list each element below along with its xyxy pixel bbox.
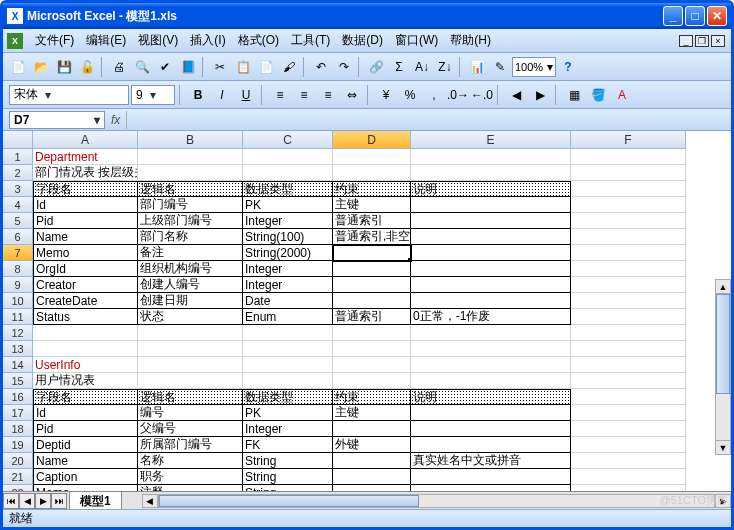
vscroll-thumb[interactable] bbox=[716, 294, 730, 394]
cell[interactable]: Department bbox=[33, 149, 138, 165]
horizontal-scrollbar[interactable] bbox=[158, 494, 715, 508]
open-icon[interactable]: 📂 bbox=[30, 56, 52, 78]
scroll-left-icon[interactable]: ◀ bbox=[142, 494, 158, 508]
italic-icon[interactable]: I bbox=[211, 84, 233, 106]
row-header[interactable]: 11 bbox=[3, 309, 33, 325]
cell[interactable]: OrgId bbox=[33, 261, 138, 277]
cell[interactable] bbox=[571, 373, 686, 389]
cell[interactable]: Id bbox=[33, 405, 138, 421]
cell[interactable]: 逻辑名 bbox=[138, 181, 243, 197]
cell[interactable]: 部门名称 bbox=[138, 229, 243, 245]
mdi-restore[interactable]: ❐ bbox=[695, 35, 709, 47]
cell[interactable]: FK bbox=[243, 437, 333, 453]
cell[interactable] bbox=[571, 405, 686, 421]
cell[interactable] bbox=[571, 165, 686, 181]
chart-icon[interactable]: 📊 bbox=[466, 56, 488, 78]
menu-data[interactable]: 数据(D) bbox=[336, 30, 389, 51]
research-icon[interactable]: 📘 bbox=[177, 56, 199, 78]
row-header[interactable]: 5 bbox=[3, 213, 33, 229]
spell-icon[interactable]: ✔ bbox=[154, 56, 176, 78]
workbook-icon[interactable]: X bbox=[7, 33, 23, 49]
copy-icon[interactable]: 📋 bbox=[232, 56, 254, 78]
cell[interactable] bbox=[411, 213, 571, 229]
preview-icon[interactable]: 🔍 bbox=[131, 56, 153, 78]
cell[interactable] bbox=[411, 165, 571, 181]
cell[interactable]: 数据类型 bbox=[243, 389, 333, 405]
cell[interactable]: 编号 bbox=[138, 405, 243, 421]
tab-nav-first[interactable]: ⏮ bbox=[3, 493, 19, 509]
redo-icon[interactable]: ↷ bbox=[333, 56, 355, 78]
menu-window[interactable]: 窗口(W) bbox=[389, 30, 444, 51]
cell[interactable] bbox=[333, 293, 411, 309]
cell[interactable] bbox=[571, 181, 686, 197]
hscroll-thumb[interactable] bbox=[159, 495, 419, 507]
cell[interactable] bbox=[571, 389, 686, 405]
name-box[interactable]: D7▾ bbox=[9, 111, 105, 129]
cell[interactable]: 普通索引 bbox=[333, 309, 411, 325]
cell[interactable]: 父编号 bbox=[138, 421, 243, 437]
cell[interactable]: 创建人编号 bbox=[138, 277, 243, 293]
cell[interactable] bbox=[571, 357, 686, 373]
formula-input[interactable] bbox=[126, 111, 731, 129]
cell[interactable]: 字段名 bbox=[33, 181, 138, 197]
cell[interactable] bbox=[411, 325, 571, 341]
spreadsheet-grid[interactable]: A B C D E F 1Department2部门情况表 按层级关系记录所有的… bbox=[3, 131, 731, 491]
cell[interactable] bbox=[243, 357, 333, 373]
cell[interactable]: Name bbox=[33, 229, 138, 245]
cell[interactable]: 组织机构编号 bbox=[138, 261, 243, 277]
cell[interactable] bbox=[571, 469, 686, 485]
cell[interactable]: 约束 bbox=[333, 389, 411, 405]
cell[interactable] bbox=[411, 357, 571, 373]
select-all-corner[interactable] bbox=[3, 131, 33, 149]
row-header[interactable]: 1 bbox=[3, 149, 33, 165]
cell[interactable] bbox=[571, 421, 686, 437]
cell[interactable]: 上级部门编号 bbox=[138, 213, 243, 229]
cell[interactable] bbox=[571, 485, 686, 491]
cell[interactable]: 状态 bbox=[138, 309, 243, 325]
cell[interactable]: 逻辑名 bbox=[138, 389, 243, 405]
cell[interactable]: Integer bbox=[243, 277, 333, 293]
cell[interactable]: Pid bbox=[33, 213, 138, 229]
print-icon[interactable]: 🖨 bbox=[108, 56, 130, 78]
cell[interactable] bbox=[571, 277, 686, 293]
tab-nav-next[interactable]: ▶ bbox=[35, 493, 51, 509]
cell[interactable] bbox=[333, 469, 411, 485]
cell[interactable] bbox=[411, 341, 571, 357]
cell[interactable]: 真实姓名中文或拼音 bbox=[411, 453, 571, 469]
cell[interactable]: 数据类型 bbox=[243, 181, 333, 197]
new-icon[interactable]: 📄 bbox=[7, 56, 29, 78]
cell[interactable] bbox=[333, 485, 411, 491]
cell[interactable] bbox=[243, 165, 333, 181]
row-header[interactable]: 19 bbox=[3, 437, 33, 453]
cell[interactable] bbox=[411, 261, 571, 277]
align-left-icon[interactable]: ≡ bbox=[269, 84, 291, 106]
cell[interactable]: 约束 bbox=[333, 181, 411, 197]
row-header[interactable]: 18 bbox=[3, 421, 33, 437]
paste-icon[interactable]: 📄 bbox=[255, 56, 277, 78]
cell[interactable] bbox=[571, 197, 686, 213]
align-center-icon[interactable]: ≡ bbox=[293, 84, 315, 106]
cell[interactable]: PK bbox=[243, 405, 333, 421]
row-header[interactable]: 10 bbox=[3, 293, 33, 309]
col-header-C[interactable]: C bbox=[243, 131, 333, 149]
row-header[interactable]: 7 bbox=[3, 245, 33, 261]
cell[interactable]: Enum bbox=[243, 309, 333, 325]
cell[interactable] bbox=[571, 149, 686, 165]
cell[interactable]: Deptid bbox=[33, 437, 138, 453]
cell[interactable] bbox=[243, 149, 333, 165]
cell[interactable] bbox=[243, 341, 333, 357]
cell[interactable]: 职务 bbox=[138, 469, 243, 485]
cell[interactable]: Integer bbox=[243, 261, 333, 277]
cell[interactable]: Date bbox=[243, 293, 333, 309]
cell[interactable] bbox=[571, 325, 686, 341]
cell[interactable]: Memo bbox=[33, 245, 138, 261]
cell[interactable] bbox=[411, 149, 571, 165]
cell[interactable] bbox=[333, 341, 411, 357]
permission-icon[interactable]: 🔓 bbox=[76, 56, 98, 78]
undo-icon[interactable]: ↶ bbox=[310, 56, 332, 78]
row-header[interactable]: 16 bbox=[3, 389, 33, 405]
cell[interactable]: Name bbox=[33, 453, 138, 469]
tab-nav-prev[interactable]: ◀ bbox=[19, 493, 35, 509]
cell[interactable] bbox=[138, 373, 243, 389]
row-header[interactable]: 17 bbox=[3, 405, 33, 421]
